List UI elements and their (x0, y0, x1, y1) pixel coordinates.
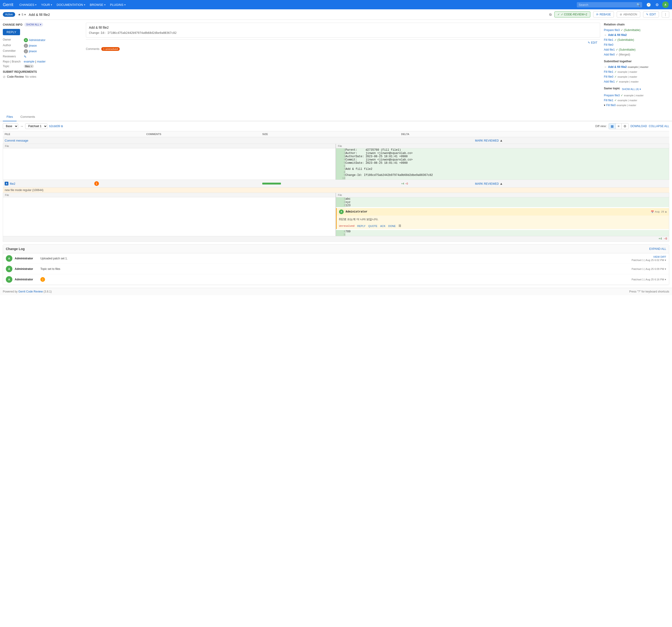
commit-diff-row: File (3, 144, 669, 180)
file2-diff-container: File (3, 193, 669, 242)
files-section: Base → Patchset 1 b2cdd39 ⧉ Diff view: ▦… (0, 121, 672, 242)
submitted-arrow-icon: → (604, 65, 607, 69)
committer-row: Committer j jinwon (3, 49, 82, 53)
owner-value[interactable]: Administrator (29, 39, 46, 42)
relation-chain-title: Relation chain (604, 23, 669, 26)
submitted-link-add-fill-file2[interactable]: Add & fill file2 (608, 65, 627, 69)
expand-icon-2[interactable]: ▾ (665, 268, 666, 270)
edit-reviewers-button[interactable]: ✎ (24, 55, 27, 58)
code-review-button[interactable]: ✓ ✓ CODE-REVIEW+2 (554, 11, 590, 18)
log-avatar-1: A (6, 255, 13, 262)
comment-done-btn[interactable]: DONE (388, 225, 396, 227)
commit-diff-right-table: 1 Parent: d2735760 (Fill file1) 2 Author… (336, 148, 669, 179)
star-button[interactable]: ★ 5 ▾ (18, 13, 26, 16)
rel-link-fill-file1[interactable]: Fill file1 (604, 38, 614, 42)
show-all-button[interactable]: SHOW ALL ▾ (24, 23, 43, 27)
gerrit-link[interactable]: Gerrit Code Review (19, 290, 43, 293)
commit-collapse-icon[interactable]: ▲ (500, 139, 503, 142)
change-title: Add & fill file2 (29, 13, 547, 17)
base-to-patchset-arrow: → (20, 124, 23, 128)
rebase-button[interactable]: ⟳ REBASE (593, 11, 614, 18)
rel-link-add-file1[interactable]: Add file1 (604, 48, 615, 51)
file2-delta: +4 −0 (401, 182, 471, 185)
diff-settings-btn[interactable]: ⚙ (622, 123, 628, 129)
download-link[interactable]: DOWNLOAD (630, 125, 647, 128)
comments-row: Comments 1 unresolved (86, 46, 600, 52)
unresolved-badge[interactable]: 1 unresolved (101, 47, 120, 51)
rel-link-fill-file0[interactable]: Fill file0 (604, 43, 614, 46)
comment-date: 📅 Aug 25 ▲ (651, 210, 667, 213)
commit-diff-left: File (3, 144, 336, 179)
same-topic-fill-file0: ▾ Fill file0 example | master (604, 103, 669, 107)
nav-plugins[interactable]: PLUGINS ▾ (108, 0, 128, 9)
nav-browse[interactable]: BROWSE ▾ (88, 0, 108, 9)
commit-hash-link[interactable]: b2cdd39 ⧉ (49, 125, 63, 128)
user-avatar: A (662, 1, 669, 8)
search-input[interactable] (579, 3, 637, 6)
comment-reply-btn[interactable]: REPLY (357, 225, 365, 227)
log-author-3: Administrator (15, 278, 38, 281)
file2-link[interactable]: file2 (10, 182, 16, 186)
user-avatar-btn[interactable]: A (662, 1, 669, 8)
copy-hash-icon[interactable]: ⧉ (61, 125, 63, 128)
nav-documentation[interactable]: DOCUMENTATION ▾ (54, 0, 88, 9)
reply-button[interactable]: REPLY (3, 29, 20, 35)
topic-remove-icon[interactable]: ✕ (30, 65, 32, 68)
unified-view-btn[interactable]: ≡ (616, 123, 622, 129)
committer-value[interactable]: jinwon (29, 50, 37, 53)
clock-icon-btn[interactable]: 🕐 (645, 1, 652, 8)
commit-edit-link[interactable]: ✎ EDIT (588, 41, 597, 44)
file2-header-row[interactable]: A file2 1 +4 −0 (3, 180, 669, 187)
commit-mark-reviewed-btn[interactable]: MARK REVIEWED (475, 139, 499, 142)
log-meta-2: Patchset 1 | Aug 25 6:09 PM ▾ (632, 268, 666, 271)
powered-by-text: Powered by (3, 290, 19, 293)
comment-quote-btn[interactable]: QUOTE (368, 225, 377, 227)
file2-collapse-icon[interactable]: ▲ (500, 182, 503, 186)
comment-ack-btn[interactable]: ACK (380, 225, 385, 227)
commit-diff-right-header: File (336, 144, 669, 148)
file2-diff-row: File (3, 193, 669, 242)
rel-link-add-fill-file2[interactable]: Add & fill file2 (608, 33, 627, 37)
topic-tag-value[interactable]: files (25, 65, 30, 68)
expand-icon-3[interactable]: ▾ (665, 278, 666, 281)
nav-changes[interactable]: CHANGES ▾ (17, 0, 39, 9)
tab-comments[interactable]: Comments (17, 113, 39, 121)
same-topic-link-fill-file0[interactable]: Fill file0 (606, 103, 616, 107)
submitted-link-add-file1[interactable]: Add file1 (604, 80, 615, 83)
table-row: 1 abc (336, 197, 669, 200)
same-topic-link-prepare-file3[interactable]: Prepare file3 (604, 94, 620, 97)
commit-message-row[interactable]: Commit message MARK REVIEWED ▲ (3, 137, 669, 144)
submitted-link-fill-file1[interactable]: Fill file1 (604, 70, 614, 73)
same-topic-show-all[interactable]: SHOW ALL (4) ▾ (622, 88, 641, 91)
current-arrow-icon: → (604, 33, 607, 37)
more-button[interactable]: ⋮ (662, 11, 669, 18)
file2-diff-right-table: 1 abc 2 xyz 3 (336, 197, 669, 236)
log-author-1: Administrator (15, 257, 38, 260)
status-badge: Active (3, 12, 15, 17)
file2-mark-reviewed-btn[interactable]: MARK REVIEWED (475, 182, 499, 186)
nav-your[interactable]: YOUR ▾ (39, 0, 54, 9)
tab-files[interactable]: Files (3, 113, 17, 121)
expand-icon-1[interactable]: ▾ (665, 259, 666, 262)
patchset-select[interactable]: Patchset 1 (25, 123, 47, 129)
edit-button[interactable]: ✎ EDIT (643, 11, 659, 18)
side-by-side-view-btn[interactable]: ▦ (609, 123, 616, 129)
submitted-link-fill-file0[interactable]: Fill file0 (604, 75, 614, 78)
abandon-button[interactable]: ⊘ ABANDON (617, 11, 640, 18)
copy-id-icon[interactable]: ⧉ (549, 13, 552, 17)
comment-expand-icon[interactable]: ▲ (665, 210, 667, 213)
file-added-badge: A (5, 182, 8, 186)
branch-link[interactable]: master (37, 60, 46, 63)
same-topic-link-fill-file1[interactable]: Fill file1 (604, 99, 614, 102)
author-value[interactable]: jinwon (29, 44, 37, 47)
repo-link[interactable]: example (24, 60, 34, 63)
collapse-all-button[interactable]: COLLAPSE ALL (649, 125, 669, 128)
settings-icon-btn[interactable]: ⚙ (653, 1, 661, 8)
commit-message-file-link[interactable]: Commit message (5, 139, 28, 142)
base-select[interactable]: Base (3, 123, 18, 129)
expand-all-button[interactable]: EXPAND ALL (649, 247, 666, 250)
view-diff-link-1[interactable]: VIEW DIFF (653, 256, 666, 258)
rel-link-add-file0[interactable]: Add file0 (604, 53, 615, 56)
comment-permalink-icon[interactable]: ⛓ (399, 224, 401, 228)
rel-link-prepare-file3[interactable]: Prepare file3 (604, 28, 620, 32)
